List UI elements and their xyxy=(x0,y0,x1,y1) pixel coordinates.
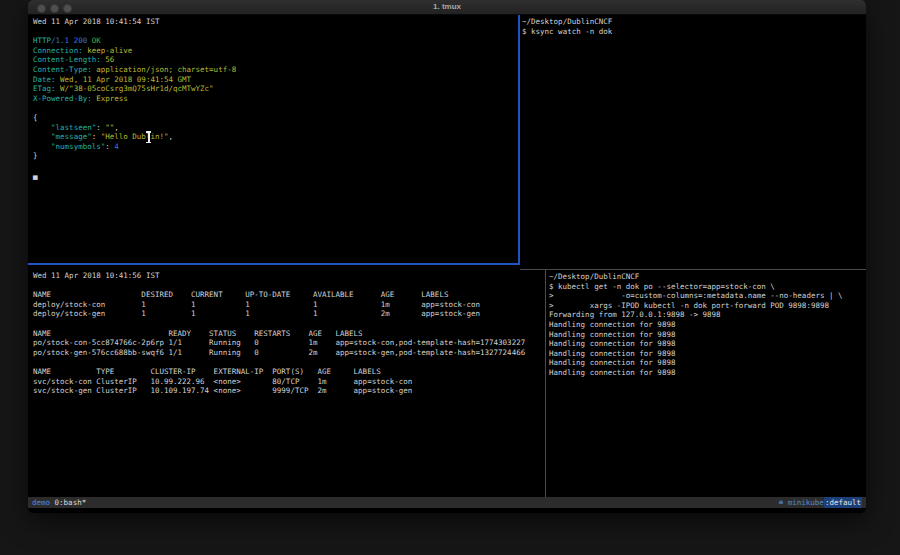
terminal-text-segment: "message" xyxy=(33,132,92,141)
terminal-text-segment: ▄ xyxy=(33,171,38,180)
terminal-line xyxy=(33,319,550,329)
terminal-line xyxy=(33,27,523,37)
terminal-text-segment: $ kubectl get -n dok po --selector=app=s… xyxy=(549,282,775,291)
terminal-text-segment: ETag: xyxy=(33,84,56,93)
terminal-line: > -o=custom-columns=:metadata.name --no-… xyxy=(549,291,869,301)
desktop-background: 1. tmux Wed 11 Apr 2018 10:41:54 ISTHTTP… xyxy=(0,0,900,555)
terminal-line: ETag: W/"38-05coCsrg3mQ75sHr1d/qcMTwYZc" xyxy=(33,84,523,94)
terminal-line: Wed 11 Apr 2018 10:41:54 IST xyxy=(33,17,523,27)
terminal-text-segment: NAME DESIRED CURRENT UP-TO-DATE AVAILABL… xyxy=(33,290,448,299)
terminal-text-segment: svc/stock-con ClusterIP 10.99.222.96 <no… xyxy=(33,377,412,386)
status-left: demo 0:bash* xyxy=(32,497,86,508)
terminal-text-segment: > -o=custom-columns=:metadata.name --no-… xyxy=(549,291,843,300)
terminal-line: ▄ xyxy=(33,171,523,181)
active-pane-border-vertical[interactable] xyxy=(518,15,520,265)
terminal-text-segment: Handling connection for 9898 xyxy=(549,349,675,358)
terminal-line: NAME TYPE CLUSTER-IP EXTERNAL-IP PORT(S)… xyxy=(33,367,550,377)
terminal-line: Content-Type: application/json; charset=… xyxy=(33,65,523,75)
terminal-text-segment: Express xyxy=(92,94,128,103)
terminal-line xyxy=(33,357,550,367)
pane-ksync-watch[interactable]: ~/Desktop/DublinCNCF$ ksync watch -n dok xyxy=(520,15,868,271)
terminal-line: Handling connection for 9898 xyxy=(549,358,869,368)
terminal-line: Handling connection for 9898 xyxy=(549,339,869,349)
terminal-text-segment: Handling connection for 9898 xyxy=(549,330,675,339)
terminal-text-segment: Handling connection for 9898 xyxy=(549,358,675,367)
terminal-text-segment: $ ksync watch -n dok xyxy=(522,27,612,36)
terminal-text-segment: "lastseen" xyxy=(33,123,96,132)
terminal-line: "numsymbols": 4 xyxy=(33,142,523,152)
terminal-text-segment: X-Powered-By: xyxy=(33,94,92,103)
terminal-text-segment: Wed, 11 Apr 2018 09:41:54 GMT xyxy=(56,75,191,84)
terminal-text-segment: application/json; charset=utf-8 xyxy=(92,65,237,74)
terminal-text-segment: } xyxy=(33,151,38,160)
terminal-text-segment: OK xyxy=(92,36,101,45)
terminal-line: Wed 11 Apr 2018 10:41:56 IST xyxy=(33,271,550,281)
terminal-text-segment: ~/Desktop/DublinCNCF xyxy=(522,17,612,26)
pane-port-forward[interactable]: ~/Desktop/DublinCNCF$ kubectl get -n dok… xyxy=(546,270,869,499)
terminal-line: > xargs -IPOD kubectl -n dok port-forwar… xyxy=(549,301,869,311)
terminal-text-segment: Handling connection for 9898 xyxy=(549,320,675,329)
terminal-text-segment: : xyxy=(92,132,101,141)
terminal-text-segment: po/stock-con-5cc874766c-2p6rp 1/1 Runnin… xyxy=(33,338,525,347)
terminal-line: po/stock-gen-576cc688bb-swqf6 1/1 Runnin… xyxy=(33,348,550,358)
terminal-window: 1. tmux Wed 11 Apr 2018 10:41:54 ISTHTTP… xyxy=(28,0,866,513)
terminal-line: { xyxy=(33,113,523,123)
terminal-line: $ ksync watch -n dok xyxy=(522,27,868,37)
terminal-line: Date: Wed, 11 Apr 2018 09:41:54 GMT xyxy=(33,75,523,85)
k8s-namespace-badge: :default xyxy=(824,497,862,508)
terminal-line xyxy=(33,103,523,113)
terminal-line: HTTP/1.1 200 OK xyxy=(33,36,523,46)
terminal-line: } xyxy=(33,151,523,161)
terminal-text-segment: Content-Length: xyxy=(33,55,101,64)
terminal-text-segment: , xyxy=(114,123,119,132)
window-titlebar[interactable]: 1. tmux xyxy=(28,0,866,15)
terminal-line: Handling connection for 9898 xyxy=(549,349,869,359)
tmux-status-bar: demo 0:bash* ☸ minikube :default xyxy=(28,497,866,508)
terminal-line xyxy=(33,281,550,291)
session-name: demo xyxy=(32,497,50,508)
terminal-text-segment: { xyxy=(33,113,38,122)
terminal-text-segment: "" xyxy=(105,123,114,132)
terminal-line: deploy/stock-con 1 1 1 1 1m app=stock-co… xyxy=(33,300,550,310)
terminal-line: Content-Length: 56 xyxy=(33,55,523,65)
status-right: ☸ minikube :default xyxy=(779,497,862,508)
terminal-line: "message": "Hello Dublin!", xyxy=(33,132,523,142)
terminal-line: svc/stock-con ClusterIP 10.99.222.96 <no… xyxy=(33,377,550,387)
pane-kubectl-get[interactable]: Wed 11 Apr 2018 10:41:56 ISTNAME DESIRED… xyxy=(28,265,550,503)
terminal-line: ~/Desktop/DublinCNCF xyxy=(549,272,869,282)
terminal-text-segment: > xargs -IPOD kubectl -n dok port-forwar… xyxy=(549,301,829,310)
terminal-text-segment: Handling connection for 9898 xyxy=(549,368,675,377)
terminal-text-segment: Handling connection for 9898 xyxy=(549,339,675,348)
terminal-text-segment: 56 xyxy=(101,55,115,64)
terminal-text-segment: Wed 11 Apr 2018 10:41:54 IST xyxy=(33,17,159,26)
terminal-text-segment: 4 xyxy=(114,142,119,151)
terminal-line: Handling connection for 9898 xyxy=(549,368,869,378)
terminal-line: NAME READY STATUS RESTARTS AGE LABELS xyxy=(33,329,550,339)
terminal-text-segment: /1.1 200 xyxy=(51,36,92,45)
terminal-line: svc/stock-gen ClusterIP 10.109.197.74 <n… xyxy=(33,386,550,396)
terminal-line xyxy=(33,161,523,171)
terminal-text-segment: Forwarding from 127.0.0.1:9898 -> 9898 xyxy=(549,310,721,319)
terminal-line: $ kubectl get -n dok po --selector=app=s… xyxy=(549,282,869,292)
terminal-line: Forwarding from 127.0.0.1:9898 -> 9898 xyxy=(549,310,869,320)
terminal-line: "lastseen": "", xyxy=(33,123,523,133)
terminal-text-segment: keep-alive xyxy=(83,46,133,55)
terminal-line: po/stock-con-5cc874766c-2p6rp 1/1 Runnin… xyxy=(33,338,550,348)
terminal-text-segment: HTTP xyxy=(33,36,51,45)
terminal-text-segment: : xyxy=(96,123,105,132)
pane-http-response[interactable]: Wed 11 Apr 2018 10:41:54 ISTHTTP/1.1 200… xyxy=(28,15,523,266)
terminal-text-segment: Wed 11 Apr 2018 10:41:56 IST xyxy=(33,271,159,280)
text-ibeam-cursor xyxy=(148,132,150,142)
window-tab-current[interactable]: 0:bash* xyxy=(55,497,87,508)
terminal-text-segment: , xyxy=(168,132,173,141)
terminal-text-segment: ~/Desktop/DublinCNCF xyxy=(549,272,639,281)
terminal-text-segment: NAME READY STATUS RESTARTS AGE LABELS xyxy=(33,329,363,338)
terminal-line: X-Powered-By: Express xyxy=(33,94,523,104)
terminal-line: Handling connection for 9898 xyxy=(549,320,869,330)
terminal-text-segment: Date: xyxy=(33,75,56,84)
terminal-text-segment: po/stock-gen-576cc688bb-swqf6 1/1 Runnin… xyxy=(33,348,525,357)
terminal-line: deploy/stock-gen 1 1 1 1 2m app=stock-ge… xyxy=(33,309,550,319)
terminal-text-segment: "numsymbols" xyxy=(33,142,105,151)
terminal-text-segment: "Hello Dublin!" xyxy=(101,132,169,141)
terminal-text-segment: deploy/stock-gen 1 1 1 1 2m app=stock-ge… xyxy=(33,309,480,318)
